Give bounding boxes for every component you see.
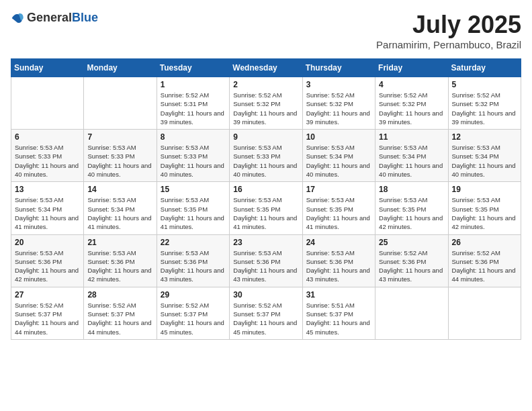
day-info: Sunrise: 5:53 AMSunset: 5:36 PMDaylight:… <box>15 248 80 284</box>
day-number: 4 <box>379 80 444 89</box>
calendar-cell: 3Sunrise: 5:52 AMSunset: 5:32 PMDaylight… <box>302 77 375 130</box>
day-info: Sunrise: 5:53 AMSunset: 5:35 PMDaylight:… <box>379 195 444 231</box>
day-number: 7 <box>87 132 152 142</box>
day-number: 2 <box>233 80 298 89</box>
calendar-cell: 9Sunrise: 5:53 AMSunset: 5:33 PMDaylight… <box>230 130 302 182</box>
day-info: Sunrise: 5:53 AMSunset: 5:33 PMDaylight:… <box>233 143 298 179</box>
day-number: 31 <box>306 290 371 300</box>
day-info: Sunrise: 5:53 AMSunset: 5:36 PMDaylight:… <box>87 248 152 284</box>
header: GeneralBlue July 2025 Parnamirim, Pernam… <box>11 11 521 50</box>
day-number: 10 <box>306 132 371 142</box>
day-info: Sunrise: 5:53 AMSunset: 5:33 PMDaylight:… <box>87 143 152 179</box>
day-number: 28 <box>87 290 152 300</box>
calendar-cell: 20Sunrise: 5:53 AMSunset: 5:36 PMDayligh… <box>11 234 84 287</box>
calendar-week-row: 20Sunrise: 5:53 AMSunset: 5:36 PMDayligh… <box>11 234 521 287</box>
calendar-cell: 5Sunrise: 5:52 AMSunset: 5:32 PMDaylight… <box>448 77 521 130</box>
logo-icon <box>11 11 24 25</box>
day-number: 20 <box>15 238 80 247</box>
day-number: 18 <box>379 185 444 194</box>
calendar-cell: 24Sunrise: 5:53 AMSunset: 5:36 PMDayligh… <box>302 234 375 287</box>
calendar-cell: 18Sunrise: 5:53 AMSunset: 5:35 PMDayligh… <box>375 182 448 234</box>
day-number: 22 <box>161 238 226 247</box>
calendar-cell: 30Sunrise: 5:52 AMSunset: 5:37 PMDayligh… <box>230 287 302 339</box>
day-info: Sunrise: 5:52 AMSunset: 5:31 PMDaylight:… <box>161 91 226 126</box>
day-number: 12 <box>452 132 517 142</box>
weekday-header-cell: Sunday <box>11 59 84 77</box>
day-info: Sunrise: 5:53 AMSunset: 5:36 PMDaylight:… <box>306 248 371 284</box>
day-info: Sunrise: 5:53 AMSunset: 5:36 PMDaylight:… <box>233 248 298 284</box>
calendar-body: 1Sunrise: 5:52 AMSunset: 5:31 PMDaylight… <box>11 77 521 340</box>
day-number: 21 <box>87 238 152 247</box>
day-info: Sunrise: 5:53 AMSunset: 5:35 PMDaylight:… <box>161 195 226 231</box>
day-number: 26 <box>452 238 517 247</box>
day-info: Sunrise: 5:53 AMSunset: 5:35 PMDaylight:… <box>452 195 517 231</box>
day-info: Sunrise: 5:53 AMSunset: 5:36 PMDaylight:… <box>161 248 226 284</box>
day-info: Sunrise: 5:52 AMSunset: 5:32 PMDaylight:… <box>233 91 298 126</box>
day-number: 24 <box>306 238 371 247</box>
calendar-cell: 15Sunrise: 5:53 AMSunset: 5:35 PMDayligh… <box>157 182 229 234</box>
calendar-cell: 11Sunrise: 5:53 AMSunset: 5:34 PMDayligh… <box>375 130 448 182</box>
calendar-cell: 8Sunrise: 5:53 AMSunset: 5:33 PMDaylight… <box>157 130 229 182</box>
calendar-cell: 7Sunrise: 5:53 AMSunset: 5:33 PMDaylight… <box>84 130 157 182</box>
calendar-cell: 22Sunrise: 5:53 AMSunset: 5:36 PMDayligh… <box>157 234 229 287</box>
weekday-header-cell: Thursday <box>302 59 375 77</box>
day-number: 27 <box>15 290 80 300</box>
calendar-cell: 25Sunrise: 5:52 AMSunset: 5:36 PMDayligh… <box>375 234 448 287</box>
calendar-week-row: 13Sunrise: 5:53 AMSunset: 5:34 PMDayligh… <box>11 182 521 234</box>
day-info: Sunrise: 5:52 AMSunset: 5:36 PMDaylight:… <box>379 248 444 284</box>
day-info: Sunrise: 5:53 AMSunset: 5:33 PMDaylight:… <box>15 143 80 179</box>
day-number: 29 <box>161 290 226 300</box>
day-info: Sunrise: 5:53 AMSunset: 5:34 PMDaylight:… <box>15 195 80 231</box>
weekday-header-cell: Friday <box>375 59 448 77</box>
day-info: Sunrise: 5:53 AMSunset: 5:35 PMDaylight:… <box>233 195 298 231</box>
calendar-cell: 27Sunrise: 5:52 AMSunset: 5:37 PMDayligh… <box>11 287 84 339</box>
day-number: 19 <box>452 185 517 194</box>
calendar-cell <box>448 287 521 339</box>
calendar-cell: 31Sunrise: 5:51 AMSunset: 5:37 PMDayligh… <box>302 287 375 339</box>
day-number: 14 <box>87 185 152 194</box>
logo-blue: Blue <box>72 11 98 24</box>
day-info: Sunrise: 5:53 AMSunset: 5:34 PMDaylight:… <box>452 143 517 179</box>
day-info: Sunrise: 5:51 AMSunset: 5:37 PMDaylight:… <box>306 301 371 336</box>
weekday-header-cell: Tuesday <box>157 59 229 77</box>
calendar-cell: 19Sunrise: 5:53 AMSunset: 5:35 PMDayligh… <box>448 182 521 234</box>
logo-general: General <box>27 11 72 24</box>
day-info: Sunrise: 5:52 AMSunset: 5:37 PMDaylight:… <box>233 301 298 336</box>
day-info: Sunrise: 5:52 AMSunset: 5:36 PMDaylight:… <box>452 248 517 284</box>
title-section: July 2025 Parnamirim, Pernambuco, Brazil <box>376 11 521 50</box>
calendar-cell: 12Sunrise: 5:53 AMSunset: 5:34 PMDayligh… <box>448 130 521 182</box>
day-info: Sunrise: 5:52 AMSunset: 5:37 PMDaylight:… <box>87 301 152 336</box>
weekday-header-cell: Wednesday <box>230 59 302 77</box>
calendar-week-row: 6Sunrise: 5:53 AMSunset: 5:33 PMDaylight… <box>11 130 521 182</box>
calendar-cell: 16Sunrise: 5:53 AMSunset: 5:35 PMDayligh… <box>230 182 302 234</box>
day-number: 16 <box>233 185 298 194</box>
day-number: 13 <box>15 185 80 194</box>
day-info: Sunrise: 5:53 AMSunset: 5:34 PMDaylight:… <box>379 143 444 179</box>
day-info: Sunrise: 5:52 AMSunset: 5:37 PMDaylight:… <box>15 301 80 336</box>
calendar-cell: 10Sunrise: 5:53 AMSunset: 5:34 PMDayligh… <box>302 130 375 182</box>
month-year: July 2025 <box>376 11 521 39</box>
day-info: Sunrise: 5:52 AMSunset: 5:32 PMDaylight:… <box>306 91 371 126</box>
location: Parnamirim, Pernambuco, Brazil <box>376 39 521 50</box>
calendar-cell: 2Sunrise: 5:52 AMSunset: 5:32 PMDaylight… <box>230 77 302 130</box>
day-number: 8 <box>161 132 226 142</box>
calendar-cell: 1Sunrise: 5:52 AMSunset: 5:31 PMDaylight… <box>157 77 229 130</box>
weekday-header-cell: Monday <box>84 59 157 77</box>
calendar-cell <box>375 287 448 339</box>
calendar-week-row: 27Sunrise: 5:52 AMSunset: 5:37 PMDayligh… <box>11 287 521 339</box>
calendar-week-row: 1Sunrise: 5:52 AMSunset: 5:31 PMDaylight… <box>11 77 521 130</box>
calendar-cell: 6Sunrise: 5:53 AMSunset: 5:33 PMDaylight… <box>11 130 84 182</box>
calendar-cell: 28Sunrise: 5:52 AMSunset: 5:37 PMDayligh… <box>84 287 157 339</box>
day-number: 6 <box>15 132 80 142</box>
day-info: Sunrise: 5:53 AMSunset: 5:35 PMDaylight:… <box>306 195 371 231</box>
calendar-cell: 21Sunrise: 5:53 AMSunset: 5:36 PMDayligh… <box>84 234 157 287</box>
calendar-cell <box>11 77 84 130</box>
calendar-cell <box>84 77 157 130</box>
calendar-cell: 29Sunrise: 5:52 AMSunset: 5:37 PMDayligh… <box>157 287 229 339</box>
calendar-cell: 26Sunrise: 5:52 AMSunset: 5:36 PMDayligh… <box>448 234 521 287</box>
day-number: 15 <box>161 185 226 194</box>
day-info: Sunrise: 5:53 AMSunset: 5:33 PMDaylight:… <box>161 143 226 179</box>
day-info: Sunrise: 5:53 AMSunset: 5:34 PMDaylight:… <box>306 143 371 179</box>
day-number: 3 <box>306 80 371 89</box>
weekday-header-row: SundayMondayTuesdayWednesdayThursdayFrid… <box>11 59 521 77</box>
